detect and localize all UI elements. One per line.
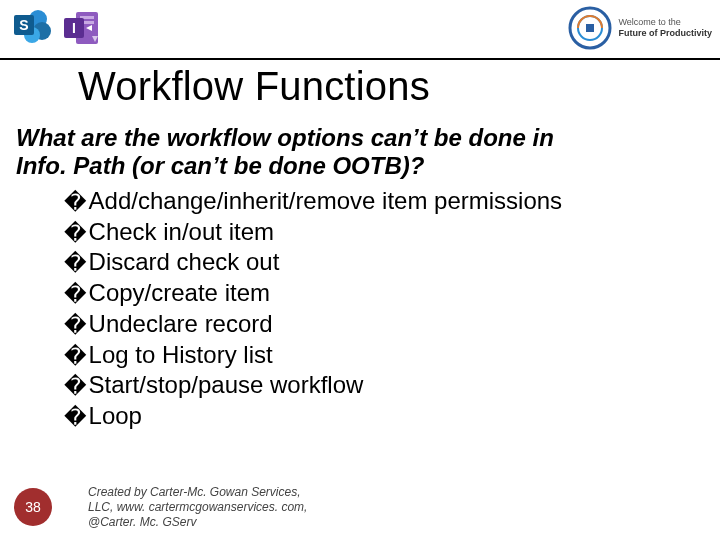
bullet-text: Log to History list: [89, 340, 273, 371]
credits-line3: @Carter. Mc. GServ: [88, 515, 408, 530]
slide: S I Welcome to the: [0, 0, 720, 540]
list-item: �Log to History list: [64, 340, 684, 371]
bullet-marker: �: [64, 250, 87, 278]
credits: Created by Carter-Mc. Gowan Services, LL…: [88, 485, 408, 530]
list-item: �Start/stop/pause workflow: [64, 370, 684, 401]
slide-title: Workflow Functions: [78, 64, 430, 109]
bullet-text: Undeclare record: [89, 309, 273, 340]
badge-line2: Future of Productivity: [618, 28, 712, 39]
list-item: �Undeclare record: [64, 309, 684, 340]
list-item: �Copy/create item: [64, 278, 684, 309]
page-number: 38: [14, 488, 52, 526]
bullet-text: Copy/create item: [89, 278, 270, 309]
credits-line2: LLC, www. cartermcgowanservices. com,: [88, 500, 408, 515]
bullet-marker: �: [64, 404, 87, 432]
svg-rect-12: [586, 24, 594, 32]
infopath-icon: I: [62, 8, 102, 48]
question-text: What are the workflow options can’t be d…: [16, 124, 696, 181]
bullet-list: �Add/change/inherit/remove item permissi…: [64, 186, 684, 432]
bullet-marker: �: [64, 312, 87, 340]
divider: [0, 58, 720, 60]
logo-strip: S I: [12, 5, 102, 45]
svg-text:S: S: [19, 17, 28, 33]
bullet-text: Check in/out item: [89, 217, 274, 248]
bullet-text: Add/change/inherit/remove item permissio…: [89, 186, 563, 217]
bullet-marker: �: [64, 343, 87, 371]
list-item: �Loop: [64, 401, 684, 432]
bullet-marker: �: [64, 281, 87, 309]
list-item: �Check in/out item: [64, 217, 684, 248]
bullet-marker: �: [64, 373, 87, 401]
bullet-marker: �: [64, 189, 87, 217]
sharepoint-icon: S: [12, 5, 52, 45]
badge-text: Welcome to the Future of Productivity: [618, 17, 712, 39]
bullet-marker: �: [64, 220, 87, 248]
bullet-text: Start/stop/pause workflow: [89, 370, 364, 401]
productivity-seal-icon: [568, 6, 612, 50]
bullet-text: Discard check out: [89, 247, 280, 278]
bullet-text: Loop: [89, 401, 142, 432]
list-item: �Add/change/inherit/remove item permissi…: [64, 186, 684, 217]
productivity-badge: Welcome to the Future of Productivity: [568, 6, 712, 50]
list-item: �Discard check out: [64, 247, 684, 278]
svg-text:I: I: [72, 20, 76, 36]
question-line2: Info. Path (or can’t be done OOTB)?: [16, 152, 424, 179]
badge-line1: Welcome to the: [618, 17, 712, 28]
credits-line1: Created by Carter-Mc. Gowan Services,: [88, 485, 408, 500]
question-line1: What are the workflow options can’t be d…: [16, 124, 554, 151]
